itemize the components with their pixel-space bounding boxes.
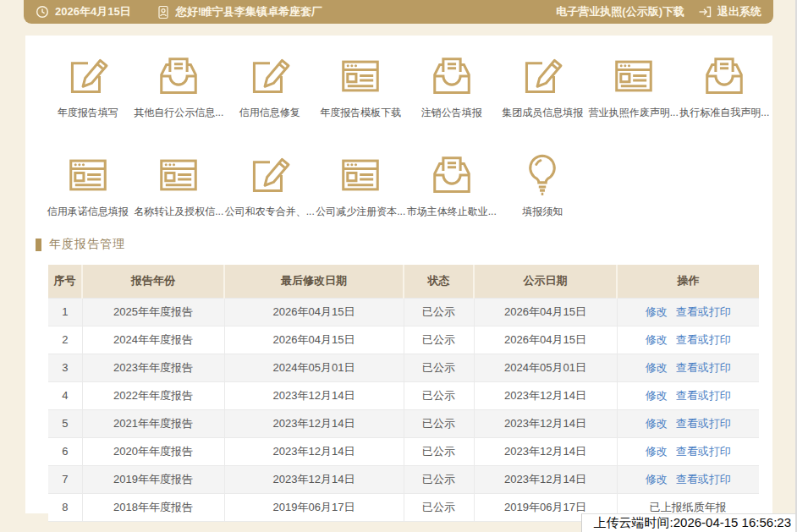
status-badge: 已公示: [404, 437, 474, 465]
edit-square-icon: [65, 53, 111, 99]
view-or-print-link[interactable]: 查看或打印: [676, 417, 731, 430]
browser-icon: [611, 53, 657, 99]
topbar: 2026年4月15日 您好!睢宁县李集镇卓希座套厂 电子营业执照(公示版)下载 …: [24, 0, 773, 24]
view-or-print-link[interactable]: 查看或打印: [676, 473, 731, 485]
date-group: 2026年4月15日: [36, 4, 131, 19]
logout-icon: [698, 5, 712, 19]
shortcut-group-member-info-fill[interactable]: 集团成员信息填报: [497, 53, 589, 120]
report-table-body: 12025年年度报告2026年04月15日已公示2026年04月15日修改查看或…: [48, 298, 759, 521]
last-modified-date: 2023年12月14日: [224, 409, 404, 437]
modify-link[interactable]: 修改: [646, 305, 668, 318]
modify-link[interactable]: 修改: [646, 473, 668, 485]
shortcut-execution-standard-self-declaration[interactable]: 执行标准自我声明...: [679, 53, 771, 120]
shortcut-license-void-declaration[interactable]: 营业执照作废声明...: [588, 53, 679, 120]
shortcut-label: 信用信息修复: [239, 106, 300, 120]
inbox-icon: [429, 152, 475, 198]
row-index: 7: [48, 465, 82, 493]
greeting-group: 您好!睢宁县李集镇卓希座套厂: [157, 4, 322, 19]
actions-cell: 修改查看或打印: [617, 298, 759, 326]
inbox-icon: [701, 53, 747, 99]
publish-date: 2026年04月15日: [474, 298, 617, 326]
logout-label: 退出系统: [717, 4, 761, 19]
modify-link[interactable]: 修改: [646, 417, 668, 430]
browser-icon: [65, 152, 111, 198]
row-index: 4: [48, 381, 82, 409]
view-or-print-link[interactable]: 查看或打印: [676, 445, 731, 458]
section-header: 年度报告管理: [36, 237, 772, 252]
view-or-print-link[interactable]: 查看或打印: [676, 361, 731, 374]
column-header: 报告年份: [82, 265, 224, 298]
column-header: 状态: [404, 265, 474, 298]
last-modified-date: 2026年04月15日: [224, 326, 404, 354]
view-or-print-link[interactable]: 查看或打印: [676, 389, 731, 402]
publish-date: 2024年05月01日: [474, 354, 617, 381]
license-download-link[interactable]: 电子营业执照(公示版)下载: [556, 4, 684, 19]
view-or-print-link[interactable]: 查看或打印: [676, 333, 731, 346]
shortcut-label: 注销公告填报: [421, 106, 482, 120]
publish-date: 2023年12月14日: [474, 437, 617, 465]
annual-report-table: 序号报告年份最后修改日期状态公示日期操作 12025年年度报告2026年04月1…: [48, 265, 759, 522]
report-year: 2025年年度报告: [82, 298, 224, 326]
shortcut-label: 其他自行公示信息...: [134, 106, 223, 120]
modify-link[interactable]: 修改: [646, 445, 668, 458]
modify-link[interactable]: 修改: [646, 361, 668, 374]
shortcut-label: 年度报告填写: [58, 106, 118, 120]
current-date: 2026年4月15日: [55, 4, 131, 19]
row-index: 6: [48, 437, 82, 465]
shortcut-label: 公司减少注册资本...: [316, 205, 405, 219]
topbar-right: 电子营业执照(公示版)下载 退出系统: [556, 4, 761, 19]
edit-square-icon: [247, 152, 293, 198]
status-badge: 已公示: [404, 409, 474, 437]
row-index: 5: [48, 409, 82, 437]
shortcut-capital-reduction[interactable]: 公司减少注册资本...: [316, 152, 407, 219]
actions-cell: 修改查看或打印: [617, 437, 759, 465]
shortcut-grid: 年度报告填写 其他自行公示信息... 信用信息修复 年度报告模板下载 注销公告填…: [25, 36, 772, 219]
shortcut-business-termination-suspension[interactable]: 市场主体终止歇业...: [406, 152, 497, 219]
main-card: 年度报告填写 其他自行公示信息... 信用信息修复 年度报告模板下载 注销公告填…: [25, 36, 772, 513]
shortcut-label: 集团成员信息填报: [502, 106, 583, 120]
column-header: 操作: [617, 265, 759, 298]
shortcut-label: 市场主体终止歇业...: [407, 205, 497, 219]
row-index: 8: [48, 493, 82, 521]
report-year: 2018年年度报告: [82, 493, 224, 521]
last-modified-date: 2024年05月01日: [224, 354, 404, 381]
shortcut-annual-report-template-download[interactable]: 年度报告模板下载: [316, 53, 407, 120]
shortcut-other-self-publicity-info[interactable]: 其他自行公示信息...: [134, 53, 225, 120]
inbox-icon: [156, 53, 201, 99]
report-year: 2022年年度报告: [82, 381, 224, 409]
shortcut-label: 填报须知: [522, 205, 563, 219]
status-badge: 已公示: [404, 354, 474, 381]
table-row: 72019年年度报告2023年12月14日已公示2023年12月14日修改查看或…: [48, 465, 759, 493]
report-year: 2021年年度报告: [82, 409, 224, 437]
modify-link[interactable]: 修改: [646, 389, 668, 402]
actions-cell: 修改查看或打印: [617, 409, 759, 437]
section-title: 年度报告管理: [49, 237, 125, 252]
report-year: 2023年年度报告: [82, 354, 224, 381]
modify-link[interactable]: 修改: [646, 333, 668, 346]
shortcut-cancellation-announcement-fill[interactable]: 注销公告填报: [406, 53, 497, 120]
section-marker: [36, 239, 41, 251]
edit-square-icon: [519, 53, 565, 99]
shortcut-row: 年度报告填写 其他自行公示信息... 信用信息修复 年度报告模板下载 注销公告填…: [42, 53, 772, 120]
view-or-print-link[interactable]: 查看或打印: [676, 305, 731, 318]
logout-button[interactable]: 退出系统: [698, 4, 761, 19]
upload-time-footer: 上传云端时间:2026-04-15 16:56:23: [581, 513, 797, 532]
table-row: 22024年年度报告2026年04月15日已公示2026年04月15日修改查看或…: [48, 326, 759, 354]
browser-icon: [338, 53, 383, 99]
report-year: 2019年年度报告: [82, 465, 224, 493]
report-year: 2024年年度报告: [82, 326, 224, 354]
shortcut-credit-commitment-info-fill[interactable]: 信用承诺信息填报: [42, 152, 134, 219]
last-modified-date: 2023年12月14日: [224, 437, 404, 465]
shortcut-name-transfer-authorization[interactable]: 名称转让及授权信...: [134, 152, 225, 219]
browser-icon: [156, 152, 201, 198]
shortcut-credit-info-repair[interactable]: 信用信息修复: [224, 53, 316, 120]
table-row: 12025年年度报告2026年04月15日已公示2026年04月15日修改查看或…: [48, 298, 759, 326]
actions-cell: 修改查看或打印: [617, 465, 759, 493]
user-badge-icon: [157, 5, 170, 19]
shortcut-filling-instructions[interactable]: 填报须知: [497, 152, 589, 219]
shortcut-annual-report-fill[interactable]: 年度报告填写: [42, 53, 134, 120]
actions-cell: 修改查看或打印: [617, 381, 759, 409]
shortcut-company-farmcoop-merger[interactable]: 公司和农专合并、...: [224, 152, 316, 219]
column-header: 公示日期: [474, 265, 617, 298]
row-index: 3: [48, 354, 82, 381]
